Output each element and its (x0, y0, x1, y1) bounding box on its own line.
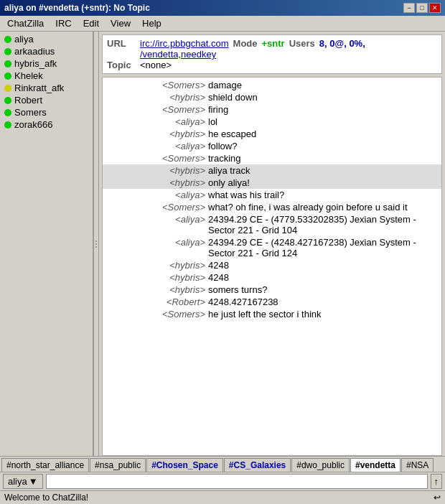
chat-input[interactable] (46, 474, 428, 489)
channel-mode: +sntr (262, 38, 285, 49)
menu-item-chatzilla[interactable]: ChatZilla (3, 17, 48, 30)
users-label: Users (289, 38, 315, 49)
message-nick: <hybris> (103, 284, 207, 295)
send-button[interactable]: ↑ (431, 474, 443, 489)
sidebar-user[interactable]: Somers (0, 106, 93, 118)
message-nick: <Somers> (103, 80, 207, 90)
user-nick: arkaadius (14, 46, 55, 57)
close-button[interactable]: ✕ (429, 3, 441, 13)
url2-row: /vendetta,needkey (107, 49, 437, 60)
message-nick: <aliya> (103, 237, 207, 248)
tabs-bar: #north_star_alliance#nsa_public#Chosen_S… (0, 456, 445, 472)
message-nick: <hybris> (103, 129, 207, 139)
sidebar-user[interactable]: zorak666 (0, 118, 93, 131)
user-nick: zorak666 (14, 119, 52, 130)
message-content: what was his trail? (207, 190, 441, 200)
user-count: 8, 0@, 0%, (319, 38, 365, 49)
main-layout: aliyaarkaadiushybris_afkKhelekRinkratt_a… (0, 32, 445, 456)
message-nick: <hybris> (103, 260, 207, 271)
table-row: <Robert>4248.427167238 (103, 296, 441, 308)
url-row: URL irc://irc.pbbgchat.com Mode +sntr Us… (107, 38, 437, 49)
tab-nsa_public[interactable]: #nsa_public (90, 458, 146, 472)
table-row: <aliya>follow? (103, 140, 441, 152)
chat-area: URL irc://irc.pbbgchat.com Mode +sntr Us… (99, 32, 445, 456)
topic-row: Topic <none> (107, 60, 437, 70)
mode-label: Mode (233, 38, 258, 49)
resize-handle[interactable] (93, 32, 99, 456)
sidebar: aliyaarkaadiushybris_afkKhelekRinkratt_a… (0, 32, 93, 456)
message-content: he just left the sector i think (207, 309, 441, 319)
sidebar-user[interactable]: Rinkratt_afk (0, 82, 93, 94)
message-content: 4248 (207, 272, 441, 283)
tab-CS_Galaxies[interactable]: #CS_Galaxies (224, 458, 291, 472)
resize-indicator (95, 241, 97, 248)
table-row: <hybris>4248 (103, 259, 441, 271)
menu-item-edit[interactable]: Edit (79, 17, 103, 30)
message-nick: <Somers> (103, 153, 207, 164)
message-nick: <hybris> (103, 92, 207, 103)
message-content: 24394.29 CE - (4779.533202835) Jexian Sy… (207, 214, 441, 235)
message-nick: <aliya> (103, 214, 207, 225)
sidebar-user[interactable]: arkaadius (0, 45, 93, 57)
tab-vendetta[interactable]: #vendetta (350, 458, 400, 472)
message-content: lol (207, 116, 441, 127)
nick-selector[interactable]: aliya ▼ (3, 474, 43, 489)
user-nick: Robert (14, 95, 42, 106)
message-nick: <aliya> (103, 141, 207, 151)
user-status-dot (4, 97, 11, 104)
message-nick: <aliya> (103, 190, 207, 200)
table-row: <aliya>24394.29 CE - (4779.533202835) Je… (103, 213, 441, 236)
message-content: only aliya! (207, 177, 441, 188)
window-title: aliya on #vendetta (+sntr): No Topic (4, 3, 150, 13)
tab-dwo_public[interactable]: #dwo_public (291, 458, 350, 472)
tab-Chosen_Space[interactable]: #Chosen_Space (146, 458, 223, 472)
table-row: <hybris>only aliya! (103, 177, 441, 189)
menu-item-irc[interactable]: IRC (51, 17, 75, 30)
window-controls: − □ ✕ (403, 3, 441, 13)
sidebar-user[interactable]: Robert (0, 94, 93, 106)
sidebar-user[interactable]: Khelek (0, 70, 93, 82)
sidebar-user[interactable]: hybris_afk (0, 57, 93, 70)
maximize-button[interactable]: □ (416, 3, 428, 13)
message-content: 24394.29 CE - (4248.427167238) Jexian Sy… (207, 237, 441, 258)
message-content: shield down (207, 92, 441, 103)
server-url[interactable]: irc://irc.pbbgchat.com (140, 38, 229, 49)
status-icon: ↩ (434, 493, 441, 503)
sidebar-user[interactable]: aliya (0, 33, 93, 45)
message-content: 4248 (207, 260, 441, 271)
messages-pane[interactable]: <Somers>damage<hybris>shield down<Somers… (102, 77, 442, 456)
table-row: <hybris>aliya track (103, 164, 441, 177)
user-status-dot (4, 36, 11, 43)
table-row: <hybris>somers turns? (103, 284, 441, 296)
table-row: <aliya>what was his trail? (103, 189, 441, 201)
user-status-dot (4, 121, 11, 129)
message-nick: <Robert> (103, 297, 207, 307)
message-content: he escaped (207, 129, 441, 139)
tab-NSA[interactable]: #NSA (401, 458, 434, 472)
message-nick: <Somers> (103, 202, 207, 213)
user-status-dot (4, 109, 11, 116)
message-content: firing (207, 104, 441, 115)
topic-label: Topic (107, 60, 136, 70)
user-status-dot (4, 73, 11, 80)
input-area: aliya ▼ ↑ (0, 472, 445, 490)
message-content: follow? (207, 141, 441, 151)
url-label: URL (107, 38, 136, 49)
user-nick: Khelek (14, 70, 43, 81)
message-nick: <Somers> (103, 309, 207, 319)
menu-item-help[interactable]: Help (138, 17, 166, 30)
table-row: <Somers>tracking (103, 152, 441, 164)
status-text: Welcome to ChatZilla! (4, 493, 88, 503)
status-bar: Welcome to ChatZilla! ↩ (0, 490, 445, 504)
menu-item-view[interactable]: View (106, 17, 135, 30)
table-row: <aliya>lol (103, 116, 441, 128)
user-nick: Rinkratt_afk (14, 83, 64, 93)
tab-north_star_alliance[interactable]: #north_star_alliance (1, 458, 89, 472)
message-content: damage (207, 80, 441, 90)
channel-info-box: URL irc://irc.pbbgchat.com Mode +sntr Us… (102, 34, 442, 74)
message-nick: <Somers> (103, 104, 207, 115)
minimize-button[interactable]: − (403, 3, 415, 13)
channel-url[interactable]: /vendetta,needkey (140, 49, 216, 60)
nick-dropdown-icon: ▼ (29, 476, 38, 487)
table-row: <aliya>24394.29 CE - (4248.427167238) Je… (103, 236, 441, 259)
